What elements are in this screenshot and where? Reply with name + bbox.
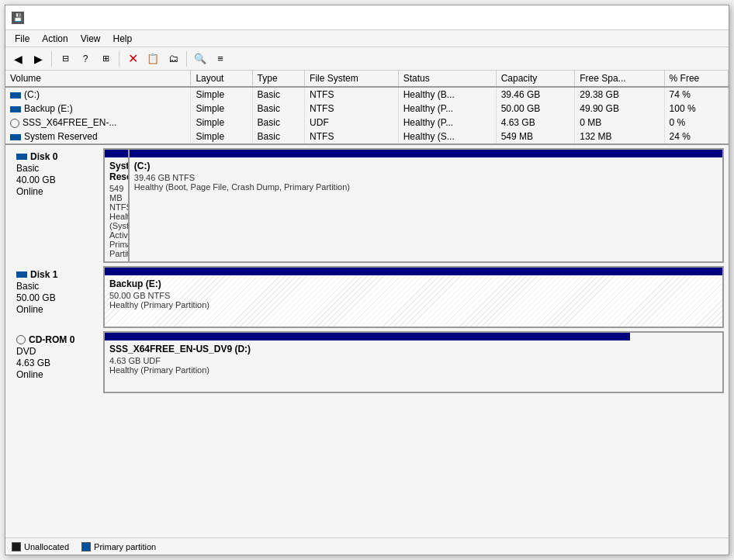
menu-view[interactable]: View bbox=[74, 32, 107, 46]
menu-bar: File Action View Help bbox=[5, 30, 729, 47]
cd-icon bbox=[10, 119, 19, 128]
toolbar-btn-2[interactable]: ? bbox=[76, 50, 95, 68]
title-bar: 💾 bbox=[5, 5, 729, 30]
window-icon: 💾 bbox=[12, 12, 24, 24]
disk-visual-content[interactable]: Disk 0 Basic 40.00 GB Online System Rese… bbox=[5, 145, 729, 538]
col-volume[interactable]: Volume bbox=[5, 71, 191, 87]
disk-label-icon bbox=[16, 154, 27, 160]
table-row[interactable]: Backup (E:) Simple Basic NTFS Healthy (P… bbox=[5, 102, 729, 116]
partition-detail2: Healthy (Primary Partition) bbox=[109, 300, 718, 309]
disk-size: 50.00 GB bbox=[16, 292, 97, 303]
close-button[interactable] bbox=[702, 10, 722, 26]
legend-primary-box bbox=[81, 542, 91, 551]
menu-file[interactable]: File bbox=[9, 32, 36, 46]
back-button[interactable]: ◀ bbox=[9, 50, 27, 68]
cell-filesystem: NTFS bbox=[305, 87, 399, 102]
cell-volume: (C:) bbox=[5, 87, 191, 102]
table-row[interactable]: (C:) Simple Basic NTFS Healthy (B... 39.… bbox=[5, 87, 729, 102]
partition-title: System Reserved bbox=[109, 161, 123, 182]
cell-percent: 24 % bbox=[664, 130, 728, 143]
toolbar: ◀ ▶ ⊟ ? ⊞ ✕ 📋 🗂 🔍 ≡ bbox=[5, 47, 729, 71]
table-row[interactable]: SSS_X64FREE_EN-... Simple Basic UDF Heal… bbox=[5, 116, 729, 130]
disk-row: CD-ROM 0 DVD 4.63 GB Online SSS_X64FREE_… bbox=[10, 331, 724, 393]
disk-label-title: Disk 1 bbox=[16, 269, 97, 280]
legend-unallocated-label: Unallocated bbox=[24, 542, 69, 551]
legend-unallocated-box bbox=[12, 542, 21, 551]
disk-type: DVD bbox=[16, 346, 97, 357]
col-layout[interactable]: Layout bbox=[191, 71, 252, 87]
toolbar-separator-3 bbox=[186, 51, 187, 67]
disk-size: 40.00 GB bbox=[16, 175, 97, 185]
cell-free: 49.90 GB bbox=[575, 102, 664, 116]
cell-filesystem: NTFS bbox=[305, 130, 399, 143]
toolbar-folder-button[interactable]: 🗂 bbox=[164, 50, 182, 68]
col-capacity[interactable]: Capacity bbox=[496, 71, 575, 87]
disk-label-title: Disk 0 bbox=[16, 151, 97, 162]
cell-status: Healthy (P... bbox=[398, 102, 496, 116]
cell-layout: Simple bbox=[191, 130, 252, 143]
col-filesystem[interactable]: File System bbox=[305, 71, 399, 87]
disk-size: 4.63 GB bbox=[16, 358, 97, 368]
disk-status: Online bbox=[16, 186, 97, 197]
disk-id: Disk 0 bbox=[30, 151, 57, 162]
cell-layout: Simple bbox=[191, 102, 252, 116]
content-area: Volume Layout Type File System Status Ca… bbox=[5, 71, 729, 555]
partition-header bbox=[105, 268, 722, 275]
toolbar-btn-3[interactable]: ⊞ bbox=[96, 50, 115, 68]
minimize-button[interactable] bbox=[659, 10, 679, 26]
menu-action[interactable]: Action bbox=[36, 32, 74, 46]
cell-percent: 100 % bbox=[664, 102, 728, 116]
partition-detail2: Healthy (Boot, Page File, Crash Dump, Pr… bbox=[134, 182, 718, 192]
partition-detail2: Healthy (Primary Partition) bbox=[109, 365, 625, 375]
disk-icon bbox=[10, 106, 21, 112]
partition[interactable]: Backup (E:) 50.00 GB NTFS Healthy (Prima… bbox=[105, 268, 722, 327]
cell-status: Healthy (S... bbox=[398, 130, 496, 143]
volume-table: Volume Layout Type File System Status Ca… bbox=[5, 71, 729, 143]
partition-title: (C:) bbox=[134, 161, 718, 171]
disk-row: Disk 1 Basic 50.00 GB Online Backup (E:)… bbox=[10, 266, 724, 328]
disk-label-icon bbox=[16, 335, 26, 344]
legend-unallocated: Unallocated bbox=[12, 542, 69, 551]
cell-filesystem: UDF bbox=[305, 116, 399, 130]
menu-help[interactable]: Help bbox=[107, 32, 139, 46]
partition[interactable]: System Reserved 549 MB NTFS Healthy (Sys… bbox=[105, 150, 130, 261]
toolbar-delete-button[interactable]: ✕ bbox=[123, 50, 142, 68]
col-free[interactable]: Free Spa... bbox=[575, 71, 664, 87]
toolbar-copy-button[interactable]: 📋 bbox=[144, 50, 162, 68]
cell-percent: 74 % bbox=[664, 87, 728, 102]
disk-id: CD-ROM 0 bbox=[29, 334, 74, 345]
partition[interactable]: (C:) 39.46 GB NTFS Healthy (Boot, Page F… bbox=[130, 150, 722, 261]
disk-management-window: 💾 File Action View Help ◀ ▶ ⊟ ? ⊞ ✕ 📋 🗂 … bbox=[5, 5, 729, 555]
disk-status: Online bbox=[16, 369, 97, 380]
disk-label-icon bbox=[16, 271, 27, 278]
cell-status: Healthy (B... bbox=[398, 87, 496, 102]
window-controls bbox=[659, 10, 722, 26]
partition-title: SSS_X64FREE_EN-US_DV9 (D:) bbox=[109, 344, 625, 354]
toolbar-separator-2 bbox=[119, 51, 119, 67]
maximize-button[interactable] bbox=[680, 10, 701, 26]
disk-type: Basic bbox=[16, 163, 97, 174]
partition[interactable]: SSS_X64FREE_EN-US_DV9 (D:) 4.63 GB UDF H… bbox=[105, 333, 630, 392]
disk-visual-wrapper: Disk 0 Basic 40.00 GB Online System Rese… bbox=[5, 145, 729, 538]
forward-button[interactable]: ▶ bbox=[29, 50, 47, 68]
volume-table-section: Volume Layout Type File System Status Ca… bbox=[5, 71, 729, 145]
partition-detail1: 50.00 GB NTFS bbox=[109, 291, 718, 300]
cell-layout: Simple bbox=[191, 116, 252, 130]
disk-partitions: System Reserved 549 MB NTFS Healthy (Sys… bbox=[103, 148, 724, 263]
cell-status: Healthy (P... bbox=[398, 116, 496, 130]
col-status[interactable]: Status bbox=[398, 71, 496, 87]
disk-label-title: CD-ROM 0 bbox=[16, 334, 97, 345]
toolbar-search-button[interactable]: 🔍 bbox=[191, 50, 209, 68]
cell-type: Basic bbox=[252, 130, 304, 143]
toolbar-btn-1[interactable]: ⊟ bbox=[56, 50, 74, 68]
cell-type: Basic bbox=[252, 87, 304, 102]
col-percent[interactable]: % Free bbox=[664, 71, 728, 87]
cell-capacity: 39.46 GB bbox=[496, 87, 575, 102]
disk-type: Basic bbox=[16, 281, 97, 292]
col-type[interactable]: Type bbox=[252, 71, 304, 87]
toolbar-list-button[interactable]: ≡ bbox=[211, 50, 230, 68]
disk-partitions: SSS_X64FREE_EN-US_DV9 (D:) 4.63 GB UDF H… bbox=[103, 331, 724, 393]
disk-id: Disk 1 bbox=[30, 269, 57, 280]
table-row[interactable]: System Reserved Simple Basic NTFS Health… bbox=[5, 130, 729, 143]
disk-label: Disk 1 Basic 50.00 GB Online bbox=[10, 266, 103, 328]
